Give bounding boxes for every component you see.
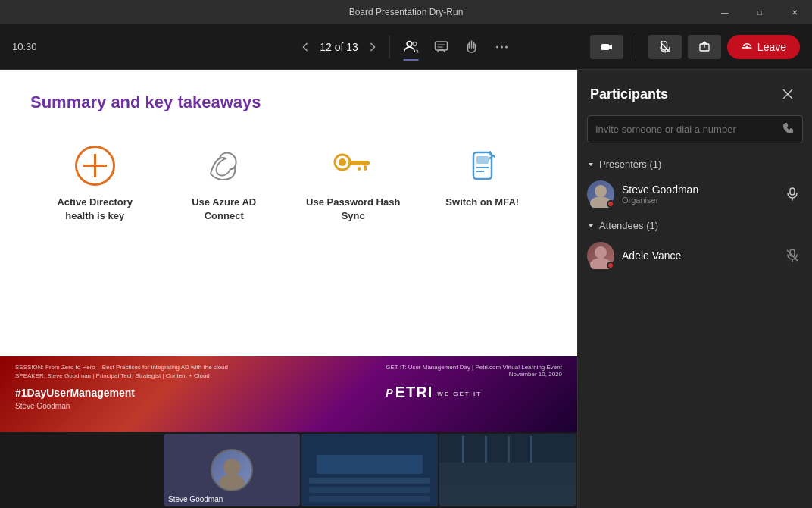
attendees-label: Attendees (1) — [599, 220, 658, 231]
svg-rect-28 — [309, 478, 430, 484]
svg-rect-36 — [485, 436, 487, 463]
invite-input[interactable] — [595, 124, 776, 135]
petri-logo: P ETRI WE GET IT — [386, 384, 562, 401]
svg-rect-8 — [601, 44, 609, 50]
window-controls: — □ ✕ — [707, 0, 812, 24]
title-bar: Board Presentation Dry-Run — □ ✕ — [0, 0, 812, 24]
dial-icon[interactable] — [782, 122, 795, 136]
steve-role: Organiser — [622, 196, 774, 205]
svg-rect-38 — [530, 436, 532, 463]
presenters-section-header[interactable]: Presenters (1) — [578, 152, 812, 174]
svg-point-16 — [339, 158, 346, 166]
slide-item-mfa: Switch on MFA! — [418, 143, 548, 209]
slide-navigation: 12 of 13 — [295, 32, 517, 62]
panel-header: Participants — [578, 70, 812, 115]
raise-hand-icon[interactable] — [457, 32, 487, 62]
svg-rect-17 — [348, 161, 370, 165]
svg-rect-19 — [358, 167, 361, 171]
svg-point-41 — [595, 185, 607, 197]
leave-button[interactable]: Leave — [727, 35, 800, 59]
svg-point-1 — [413, 42, 417, 45]
slide-container: Summary and key takeaways Active Directo… — [0, 70, 577, 432]
steve-info: Steve Goodman Organiser — [622, 183, 774, 205]
steve-presence — [607, 200, 614, 208]
ad-icon — [72, 143, 117, 188]
svg-rect-34 — [439, 485, 576, 506]
panel-title: Participants — [590, 86, 668, 102]
footer-name: Steve Goodman — [15, 402, 562, 410]
leave-label: Leave — [757, 41, 786, 53]
video-steve: Steve Goodman — [164, 434, 300, 506]
presentation-area: Summary and key takeaways Active Directo… — [0, 70, 577, 508]
svg-point-44 — [595, 246, 607, 259]
participants-icon[interactable] — [396, 32, 426, 62]
toolbar-right: Leave — [590, 35, 800, 59]
slide-title: Summary and key takeaways — [30, 93, 547, 112]
steve-video-label: Steve Goodman — [168, 495, 223, 503]
svg-point-6 — [501, 45, 503, 48]
camera-button[interactable] — [590, 35, 623, 59]
adele-participant-avatar — [587, 242, 614, 269]
adele-name: Adele Vance — [622, 249, 774, 262]
svg-point-7 — [505, 45, 508, 48]
slide-items-row: Active Directoryhealth is key Use Azure … — [30, 135, 547, 230]
maximize-button[interactable]: □ — [742, 0, 777, 24]
close-button[interactable]: ✕ — [777, 0, 812, 24]
svg-rect-18 — [364, 165, 367, 171]
svg-rect-21 — [476, 156, 489, 164]
svg-point-0 — [407, 41, 412, 46]
svg-point-26 — [219, 475, 244, 491]
svg-rect-37 — [508, 436, 510, 463]
event-line1: GET-IT: User Management Day | Petri.com … — [386, 364, 562, 371]
svg-rect-33 — [439, 463, 576, 485]
svg-rect-35 — [462, 436, 464, 463]
video-strip: Steve Goodman — [0, 432, 577, 508]
window-title: Board Presentation Dry-Run — [349, 7, 464, 17]
svg-rect-31 — [317, 455, 423, 474]
event-line2: November 10, 2020 — [386, 371, 562, 378]
azure-icon — [201, 143, 247, 188]
participant-adele: Adele Vance — [578, 236, 812, 275]
pwd-icon — [330, 143, 376, 188]
steve-participant-avatar — [587, 180, 614, 208]
svg-rect-29 — [309, 487, 430, 493]
invite-bar[interactable] — [587, 115, 803, 143]
mfa-label: Switch on MFA! — [445, 196, 519, 209]
svg-point-25 — [223, 459, 240, 475]
adele-presence — [607, 262, 614, 269]
prev-slide-button[interactable] — [295, 36, 317, 58]
more-icon[interactable] — [487, 32, 517, 62]
azure-label: Use Azure ADConnect — [192, 196, 256, 223]
svg-rect-43 — [790, 188, 795, 195]
participants-panel: Participants Presenters (1) — [577, 70, 812, 508]
ad-label: Active Directoryhealth is key — [57, 196, 133, 223]
slide-content: Summary and key takeaways Active Directo… — [0, 70, 577, 356]
steve-mic-icon[interactable] — [782, 183, 803, 205]
presenters-label: Presenters (1) — [599, 158, 661, 170]
mute-button[interactable] — [648, 35, 682, 59]
slide-footer: SESSION: From Zero to Hero – Best Practi… — [0, 356, 577, 432]
attendees-section-header[interactable]: Attendees (1) — [578, 214, 812, 236]
pwd-label: Use Password HashSync — [306, 196, 400, 223]
steve-name: Steve Goodman — [622, 183, 774, 196]
panel-close-button[interactable] — [776, 82, 800, 106]
adele-mic-icon[interactable] — [782, 245, 803, 266]
svg-point-5 — [496, 45, 498, 48]
minimize-button[interactable]: — — [707, 0, 742, 24]
chat-icon[interactable] — [426, 32, 457, 62]
next-slide-button[interactable] — [362, 36, 383, 58]
current-time: 10:30 — [12, 41, 73, 52]
slide-item-pwd: Use Password HashSync — [289, 143, 418, 223]
mfa-icon — [460, 143, 505, 188]
slide-item-ad: Active Directoryhealth is key — [30, 143, 160, 223]
share-button[interactable] — [688, 35, 721, 59]
svg-rect-2 — [436, 42, 448, 50]
toolbar: 10:30 12 of 13 — [0, 24, 812, 70]
video-room1 — [301, 434, 438, 506]
video-room2 — [439, 434, 576, 506]
slide-item-azure: Use Azure ADConnect — [160, 143, 289, 223]
svg-rect-30 — [309, 496, 430, 502]
slide-footer-right: GET-IT: User Management Day | Petri.com … — [386, 364, 562, 401]
steve-avatar-circle — [211, 449, 253, 491]
slide-counter: 12 of 13 — [317, 41, 362, 53]
